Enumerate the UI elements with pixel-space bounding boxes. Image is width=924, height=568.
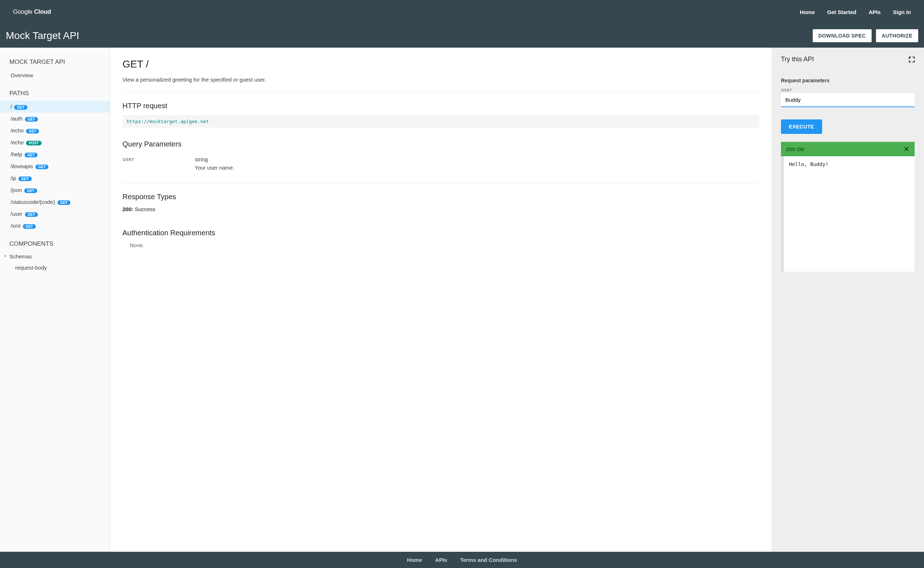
nav-links: Home Get Started APIs Sign In bbox=[800, 9, 911, 15]
sidebar-api-title: MOCK TARGET API bbox=[0, 56, 110, 69]
sidebar-path-label: /ip bbox=[11, 175, 16, 181]
nav-home[interactable]: Home bbox=[800, 9, 815, 15]
nav-get-started[interactable]: Get Started bbox=[827, 9, 856, 15]
sidebar-path-echo-get[interactable]: /echo GET bbox=[0, 124, 110, 136]
request-params-label: Request parameters bbox=[781, 78, 915, 83]
sidebar-path-label: /echo bbox=[11, 139, 24, 145]
sidebar-path-iloveapis[interactable]: /iloveapis GET bbox=[0, 160, 110, 172]
sidebar-schema-request-body[interactable]: request-body bbox=[0, 261, 110, 273]
method-badge-get: GET bbox=[25, 117, 38, 122]
footer: Home APIs Terms and Conditions bbox=[0, 552, 924, 568]
sidebar-path-label: /help bbox=[11, 151, 23, 157]
footer-home[interactable]: Home bbox=[407, 557, 422, 563]
sidebar-path-user[interactable]: /user GET bbox=[0, 208, 110, 220]
method-badge-get: GET bbox=[18, 177, 32, 181]
top-nav: Google Cloud Home Get Started APIs Sign … bbox=[0, 0, 924, 24]
sidebar-paths-title: PATHS bbox=[0, 87, 110, 101]
method-badge-get: GET bbox=[23, 224, 36, 229]
try-api-panel: Try this API Request parameters user EXE… bbox=[771, 48, 924, 552]
method-badge-get: GET bbox=[26, 129, 39, 133]
logo: Google Cloud bbox=[13, 8, 51, 15]
param-body: string Your user name. bbox=[195, 156, 759, 171]
sidebar-schemas-label: Schemas bbox=[9, 253, 32, 260]
method-badge-get: GET bbox=[25, 212, 38, 217]
execute-button[interactable]: EXECUTE bbox=[781, 119, 822, 134]
method-badge-get: GET bbox=[35, 165, 49, 169]
sidebar-path-label: /json bbox=[11, 187, 22, 193]
logo-text-1: Google bbox=[13, 8, 34, 15]
auth-heading: Authentication Requirements bbox=[123, 229, 759, 237]
nav-sign-in[interactable]: Sign In bbox=[893, 9, 911, 15]
auth-none: None. bbox=[123, 242, 759, 248]
try-api-title: Try this API bbox=[781, 56, 814, 63]
sidebar-path-json[interactable]: /json GET bbox=[0, 184, 110, 196]
download-spec-button[interactable]: DOWNLOAD SPEC bbox=[813, 29, 872, 42]
content-panel: GET / View a personalized greeting for t… bbox=[110, 48, 771, 552]
method-badge-post: POST bbox=[26, 141, 42, 145]
endpoint-description: View a personalized greeting for the spe… bbox=[123, 77, 759, 83]
http-request-url: https://mocktarget.apigee.net bbox=[123, 115, 759, 128]
sidebar-components-title: COMPONENTS bbox=[0, 237, 110, 251]
main-area: MOCK TARGET API Overview PATHS / GET /au… bbox=[0, 48, 924, 552]
sidebar-path-label: /statuscode/{code} bbox=[11, 199, 55, 205]
user-field-label: user bbox=[781, 87, 915, 92]
sidebar-path-label: /echo bbox=[11, 127, 24, 133]
param-row: user string Your user name. bbox=[123, 153, 759, 174]
sidebar-path-auth[interactable]: /auth GET bbox=[0, 113, 110, 124]
method-badge-get: GET bbox=[14, 105, 27, 110]
sidebar-path-label: /iloveapis bbox=[11, 163, 33, 169]
sidebar-overview[interactable]: Overview bbox=[0, 69, 110, 81]
sidebar-path-ip[interactable]: /ip GET bbox=[0, 172, 110, 184]
param-desc: Your user name. bbox=[195, 165, 759, 171]
divider bbox=[123, 183, 759, 183]
sidebar-path-help[interactable]: /help GET bbox=[0, 148, 110, 160]
response-status-bar: 200 OK ✕ bbox=[781, 142, 915, 156]
footer-terms[interactable]: Terms and Conditions bbox=[460, 557, 517, 563]
sidebar-schemas-row[interactable]: ▼ Schemas bbox=[0, 251, 110, 261]
sidebar-path-echo-post[interactable]: /echo POST bbox=[0, 136, 110, 148]
sidebar-path-label: /auth bbox=[11, 115, 23, 122]
response-code: 200: bbox=[123, 206, 133, 212]
sidebar-path-statuscode[interactable]: /statuscode/{code} GET bbox=[0, 196, 110, 208]
sub-header: Mock Target API DOWNLOAD SPEC AUTHORIZE bbox=[0, 24, 924, 48]
sidebar-path-label: / bbox=[11, 104, 12, 110]
nav-apis[interactable]: APIs bbox=[869, 9, 881, 15]
page-title: Mock Target API bbox=[6, 30, 79, 41]
http-request-heading: HTTP request bbox=[123, 102, 759, 110]
header-actions: DOWNLOAD SPEC AUTHORIZE bbox=[813, 29, 918, 42]
response-body: Hello, Buddy! bbox=[781, 156, 915, 272]
method-badge-get: GET bbox=[24, 153, 38, 157]
response-status: 200 OK bbox=[786, 146, 805, 152]
endpoint-title: GET / bbox=[123, 59, 759, 70]
close-icon[interactable]: ✕ bbox=[903, 145, 910, 153]
sidebar: MOCK TARGET API Overview PATHS / GET /au… bbox=[0, 48, 110, 552]
method-badge-get: GET bbox=[24, 188, 38, 193]
user-input[interactable] bbox=[781, 93, 915, 107]
caret-down-icon: ▼ bbox=[4, 254, 7, 258]
sidebar-path-xml[interactable]: /xml GET bbox=[0, 220, 110, 232]
param-type: string bbox=[195, 156, 759, 162]
sidebar-path-root[interactable]: / GET bbox=[0, 101, 110, 113]
response-types-heading: Response Types bbox=[123, 193, 759, 201]
try-api-header: Try this API bbox=[781, 56, 915, 63]
expand-icon[interactable] bbox=[909, 57, 915, 62]
sidebar-path-label: /user bbox=[11, 211, 23, 217]
footer-apis[interactable]: APIs bbox=[435, 557, 447, 563]
sidebar-path-label: /xml bbox=[11, 223, 21, 229]
param-name: user bbox=[123, 156, 195, 171]
authorize-button[interactable]: AUTHORIZE bbox=[876, 29, 918, 42]
divider bbox=[123, 92, 759, 92]
logo-text-2: Cloud bbox=[34, 8, 51, 15]
method-badge-get: GET bbox=[58, 200, 71, 205]
query-params-heading: Query Parameters bbox=[123, 140, 759, 148]
response-text: Success bbox=[133, 206, 155, 212]
response-line: 200: Success bbox=[123, 206, 759, 212]
